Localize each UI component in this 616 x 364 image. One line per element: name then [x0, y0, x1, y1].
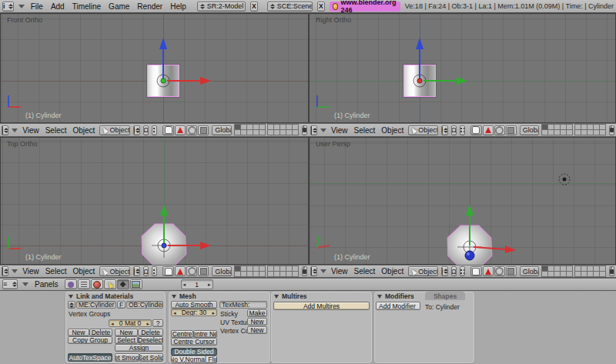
vgroup-delete-button[interactable]: Delete	[89, 329, 112, 336]
lock-layers-button[interactable]	[302, 125, 307, 135]
uv-texture-new-button[interactable]: New	[247, 318, 267, 326]
object-context-button[interactable]	[104, 279, 116, 289]
delete-screen-button[interactable]: X	[250, 2, 258, 12]
menu-select[interactable]: Select	[44, 267, 69, 276]
object-name-field[interactable]: OB:Cylinder	[126, 301, 163, 309]
viewport-front[interactable]: Front Ortho (1) Cylinder	[0, 13, 309, 123]
collapse-menus-icon[interactable]	[22, 282, 28, 286]
panel-header[interactable]: Multires	[274, 292, 307, 300]
logic-context-button[interactable]	[65, 279, 77, 289]
menu-add[interactable]: Add	[49, 2, 66, 11]
viewport-top[interactable]: Top Ortho (1) Cylinder	[0, 137, 309, 265]
material-help-button[interactable]: ?	[152, 319, 163, 327]
rotate-manipulator-button[interactable]	[494, 266, 505, 276]
window-type-button[interactable]: ≡	[2, 279, 18, 289]
decrement-icon[interactable]: ◂	[173, 310, 176, 316]
decrement-icon[interactable]: ◂	[111, 321, 114, 326]
cylinder-object[interactable]	[403, 65, 436, 97]
layer-grid-1[interactable]	[542, 266, 573, 277]
pivot-dropdown[interactable]: Ω	[143, 125, 149, 135]
rotate-manipulator-button[interactable]	[186, 266, 197, 276]
menu-select[interactable]: Select	[353, 126, 377, 135]
manipulator-toggle[interactable]	[162, 125, 174, 135]
material-index-field[interactable]: ◂ 0 Mat 0 ▸	[109, 319, 152, 327]
editor-type-button[interactable]	[310, 266, 317, 276]
mode-dropdown[interactable]: Object Mode	[408, 125, 437, 135]
pivot-dropdown[interactable]: Ω	[451, 125, 457, 135]
viewport-right[interactable]: Right Ortho (1) Cylinder	[309, 13, 616, 123]
degr-field[interactable]: ◂ Degr: 30 ▸	[171, 309, 217, 316]
menu-help[interactable]: Help	[169, 2, 188, 11]
menu-object[interactable]: Object	[380, 126, 405, 135]
pivot-dropdown[interactable]: Ω	[143, 266, 149, 276]
menu-object[interactable]: Object	[72, 267, 97, 276]
set-smooth-button[interactable]: Set Smooth	[115, 353, 139, 362]
menu-game[interactable]: Game	[107, 2, 131, 11]
lock-layers-button[interactable]	[302, 266, 307, 276]
mode-dropdown[interactable]: Object Mode	[99, 266, 129, 276]
centre-new-button[interactable]: Centre New	[193, 330, 217, 338]
orientation-dropdown[interactable]: Global	[212, 125, 232, 135]
scale-manipulator-button[interactable]	[198, 266, 209, 276]
cylinder-object[interactable]	[147, 65, 179, 97]
menu-timeline[interactable]: Timeline	[71, 2, 102, 11]
snap-dots-button[interactable]	[460, 266, 465, 276]
layer-grid-2[interactable]	[575, 125, 606, 135]
set-solid-button[interactable]: Set Solid	[139, 353, 163, 362]
rotate-manipulator-button[interactable]	[494, 125, 505, 135]
panel-header[interactable]: Modifiers	[377, 292, 414, 300]
layer-grid-1[interactable]	[235, 125, 266, 135]
layer-grid-1[interactable]	[542, 125, 573, 135]
menu-select[interactable]: Select	[353, 267, 377, 276]
scene-context-button[interactable]	[130, 279, 142, 289]
menu-select[interactable]: Select	[44, 126, 69, 135]
orientation-dropdown[interactable]: Global	[212, 266, 232, 276]
lock-layers-button[interactable]	[609, 266, 614, 276]
orientation-dropdown[interactable]: Global	[520, 125, 539, 135]
editing-context-button[interactable]	[117, 279, 129, 289]
translate-manipulator-button[interactable]	[175, 125, 186, 135]
centre-cursor-button[interactable]: Centre Cursor	[171, 338, 217, 346]
manipulator-toggle[interactable]	[470, 266, 482, 276]
scale-manipulator-button[interactable]	[198, 125, 209, 135]
editor-type-button[interactable]	[2, 266, 8, 276]
draw-type-dropdown[interactable]	[133, 125, 140, 135]
layer-grid-2[interactable]	[268, 125, 299, 135]
add-modifier-button[interactable]: Add Modifier	[376, 302, 420, 310]
menu-file[interactable]: File	[29, 2, 45, 11]
double-sided-toggle[interactable]: Double Sided	[171, 348, 217, 356]
snap-dots-button[interactable]	[460, 125, 465, 135]
draw-type-dropdown[interactable]	[441, 266, 448, 276]
mesh-browse-button[interactable]	[68, 301, 75, 309]
pivot-dropdown[interactable]: Ω	[451, 266, 457, 276]
scale-manipulator-button[interactable]	[506, 125, 517, 135]
collapse-menus-icon[interactable]	[12, 129, 18, 132]
material-delete-button[interactable]: Delete	[138, 329, 163, 336]
frame-number-field[interactable]: ◂ 1 ▸	[181, 279, 213, 289]
rotate-manipulator-button[interactable]	[186, 125, 197, 135]
layer-grid-2[interactable]	[268, 266, 299, 277]
fake-user-button[interactable]: F	[117, 301, 126, 309]
panels-menu[interactable]: Panels	[33, 280, 60, 289]
scale-manipulator-button[interactable]	[506, 266, 517, 276]
translate-manipulator-button[interactable]	[483, 125, 494, 135]
window-type-button[interactable]: i	[2, 2, 14, 12]
vertex-color-new-button[interactable]: New	[247, 326, 267, 334]
screen-selector[interactable]: SR:2-Model	[197, 2, 246, 12]
viewport-user[interactable]: User Persp (1) Cylinder	[309, 137, 616, 265]
delete-scene-button[interactable]: X	[317, 2, 325, 12]
mode-dropdown[interactable]: Object Mode	[99, 125, 129, 135]
collapse-menus-icon[interactable]	[320, 129, 326, 132]
manipulator-toggle[interactable]	[162, 266, 174, 276]
increment-icon[interactable]: ▸	[208, 282, 211, 287]
no-v-normal-flip-toggle[interactable]: No V.Normal Flip	[171, 356, 217, 363]
menu-object[interactable]: Object	[380, 267, 405, 276]
texmesh-field[interactable]: TexMesh:	[219, 301, 267, 309]
autotexspace-toggle[interactable]: AutoTexSpace	[68, 353, 112, 362]
menu-render[interactable]: Render	[136, 2, 164, 11]
cylinder-object[interactable]	[447, 225, 493, 269]
translate-manipulator-button[interactable]	[483, 266, 494, 276]
vgroup-new-button[interactable]: New	[68, 329, 89, 336]
editor-type-button[interactable]	[310, 125, 317, 135]
scene-selector[interactable]: SCE:Scene	[267, 2, 313, 12]
